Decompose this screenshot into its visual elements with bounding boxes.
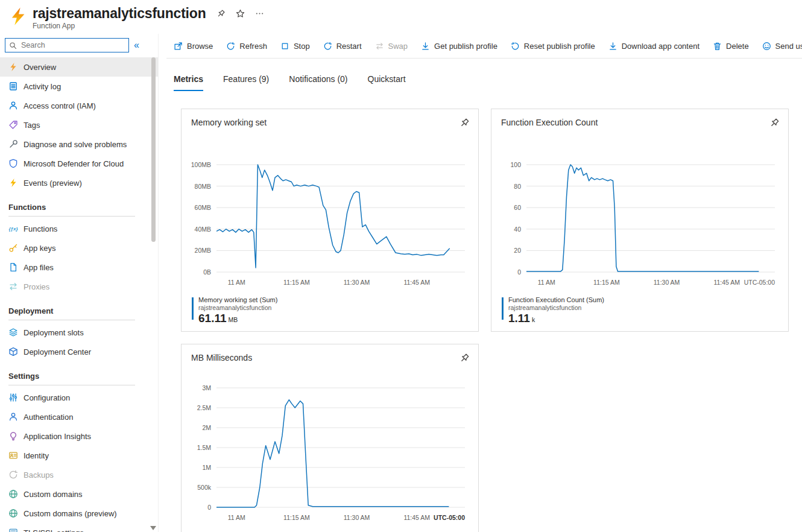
legend-unit: k: [532, 316, 535, 323]
tab-features[interactable]: Features (9): [223, 74, 269, 91]
sidebar-item-custom-domains[interactable]: Custom domains: [0, 484, 158, 504]
sidebar-item-activity-log[interactable]: Activity log: [0, 77, 158, 96]
legend-color-bar: [502, 297, 504, 320]
legend-value: 1.11k: [508, 312, 604, 326]
sidebar-item-overview[interactable]: Overview: [0, 57, 158, 77]
sidebar-scrollbar-thumb[interactable]: [151, 57, 156, 242]
get-publish-profile-button[interactable]: Get publish profile: [421, 42, 497, 51]
globe-icon: [8, 508, 18, 518]
toolbar-label: Get publish profile: [434, 42, 497, 51]
sidebar-item-deployment-center[interactable]: Deployment Center: [0, 342, 158, 361]
browse-button[interactable]: Browse: [174, 42, 213, 51]
sidebar: « Overview Activity log Access control (…: [0, 34, 159, 532]
sidebar-item-label: Application Insights: [24, 432, 91, 441]
sidebar-item-events[interactable]: Events (preview): [0, 173, 158, 192]
sidebar-item-label: Backups: [24, 470, 54, 480]
shield-icon: [8, 159, 18, 168]
toolbar-label: Download app content: [622, 42, 699, 51]
function-app-logo-icon: [8, 7, 28, 26]
feedback-icon: [762, 42, 771, 51]
pin-chart-icon[interactable]: [769, 118, 780, 128]
line-chart-mb-milliseconds[interactable]: 0500k1M1.5M2M2.5M3M 11 AM11:15 AM11:30 A…: [188, 384, 467, 524]
lightning-icon: [8, 62, 18, 72]
legend-color-bar: [192, 297, 194, 320]
sidebar-item-defender[interactable]: Microsoft Defender for Cloud: [0, 154, 158, 173]
stop-icon: [280, 42, 289, 51]
sidebar-item-app-files[interactable]: App files: [0, 258, 158, 277]
sidebar-item-access-control[interactable]: Access control (IAM): [0, 96, 158, 115]
pin-chart-icon[interactable]: [459, 118, 470, 128]
undo-icon: [511, 42, 520, 51]
activity-log-icon: [8, 81, 18, 91]
tag-icon: [8, 120, 18, 130]
more-options-icon[interactable]: [255, 9, 264, 18]
legend-resource-name: rajstreamanalyticsfunction: [198, 304, 277, 311]
restart-icon: [323, 42, 332, 51]
sidebar-item-functions[interactable]: Functions: [0, 219, 158, 238]
sidebar-item-deployment-slots[interactable]: Deployment slots: [0, 323, 158, 342]
backup-icon: [8, 470, 18, 480]
sidebar-item-diagnose[interactable]: Diagnose and solve problems: [0, 135, 158, 154]
certificate-icon: [8, 528, 18, 532]
favorite-star-icon[interactable]: [236, 9, 245, 18]
feedback-button[interactable]: Send us your fe: [762, 42, 802, 51]
delete-button[interactable]: Delete: [713, 42, 749, 51]
sidebar-item-label: Overview: [24, 63, 56, 72]
sidebar-item-backups[interactable]: Backups: [0, 465, 158, 484]
reset-publish-profile-button[interactable]: Reset publish profile: [511, 42, 595, 51]
legend-series-name: Memory working set (Sum): [198, 296, 277, 303]
sidebar-item-identity[interactable]: Identity: [0, 446, 158, 465]
sidebar-item-tls-ssl[interactable]: TLS/SSL settings: [0, 523, 158, 532]
layers-icon: [8, 328, 18, 337]
sidebar-item-custom-domains-preview[interactable]: Custom domains (preview): [0, 504, 158, 523]
file-icon: [8, 262, 18, 272]
sidebar-item-application-insights[interactable]: Application Insights: [0, 426, 158, 446]
chart-legend[interactable]: Function Execution Count (Sum) rajstream…: [502, 296, 788, 326]
sidebar-item-proxies[interactable]: Proxies: [0, 277, 158, 296]
chart-canvas: [216, 384, 465, 511]
chart-title: Function Execution Count: [501, 118, 598, 127]
restart-button[interactable]: Restart: [323, 42, 362, 51]
collapse-sidebar-button[interactable]: «: [134, 40, 139, 50]
refresh-button[interactable]: Refresh: [226, 42, 267, 51]
sidebar-item-configuration[interactable]: Configuration: [0, 388, 158, 407]
sidebar-item-label: Authentication: [24, 413, 73, 422]
line-chart-execution-count[interactable]: 020406080100 11 AM11:15 AM11:30 AM11:45 …: [497, 161, 777, 288]
tab-notifications[interactable]: Notifications (0): [289, 74, 347, 91]
tab-quickstart[interactable]: Quickstart: [368, 74, 406, 91]
search-icon: [9, 42, 17, 49]
swap-button[interactable]: Swap: [375, 42, 408, 51]
search-input[interactable]: [20, 40, 125, 50]
sidebar-section-deployment: Deployment: [8, 302, 135, 320]
toolbar-label: Send us your fe: [775, 42, 802, 51]
y-axis-labels: 0B20MB40MB60MB80MB100MB: [188, 161, 216, 288]
legend-unit: MB: [229, 316, 238, 323]
line-chart-memory[interactable]: 0B20MB40MB60MB80MB100MB 11 AM11:15 AM11:…: [188, 161, 467, 288]
sidebar-item-label: Access control (IAM): [24, 101, 96, 110]
sidebar-item-authentication[interactable]: Authentication: [0, 407, 158, 426]
chart-canvas: [526, 161, 775, 276]
tab-bar: Metrics Features (9) Notifications (0) Q…: [174, 74, 406, 91]
toolbar-label: Stop: [294, 42, 310, 51]
pin-dashboard-icon[interactable]: [216, 9, 226, 18]
toolbar-label: Swap: [388, 42, 408, 51]
sidebar-scroll-down-icon[interactable]: [150, 526, 156, 530]
tab-metrics[interactable]: Metrics: [174, 74, 203, 91]
swap-icon: [375, 42, 384, 51]
sidebar-item-app-keys[interactable]: App keys: [0, 238, 158, 258]
sidebar-item-tags[interactable]: Tags: [0, 115, 158, 135]
stop-button[interactable]: Stop: [280, 42, 310, 51]
download-app-content-button[interactable]: Download app content: [608, 42, 699, 51]
y-axis-labels: 020406080100: [497, 161, 526, 288]
chart-legend[interactable]: Memory working set (Sum) rajstreamanalyt…: [192, 296, 478, 326]
chart-canvas: [216, 161, 465, 276]
globe-icon: [8, 489, 18, 499]
bulb-icon: [8, 431, 18, 441]
chart-title: Memory working set: [191, 118, 267, 127]
metric-card-mb-milliseconds: MB Milliseconds 0500k1M1.5M2M2.5M3M 11 A…: [181, 344, 479, 532]
sidebar-search-box[interactable]: [5, 38, 129, 52]
sidebar-item-label: Deployment slots: [24, 328, 84, 337]
pin-chart-icon[interactable]: [459, 353, 470, 363]
sidebar-item-label: Configuration: [24, 393, 70, 402]
legend-series-name: Function Execution Count (Sum): [508, 296, 604, 303]
